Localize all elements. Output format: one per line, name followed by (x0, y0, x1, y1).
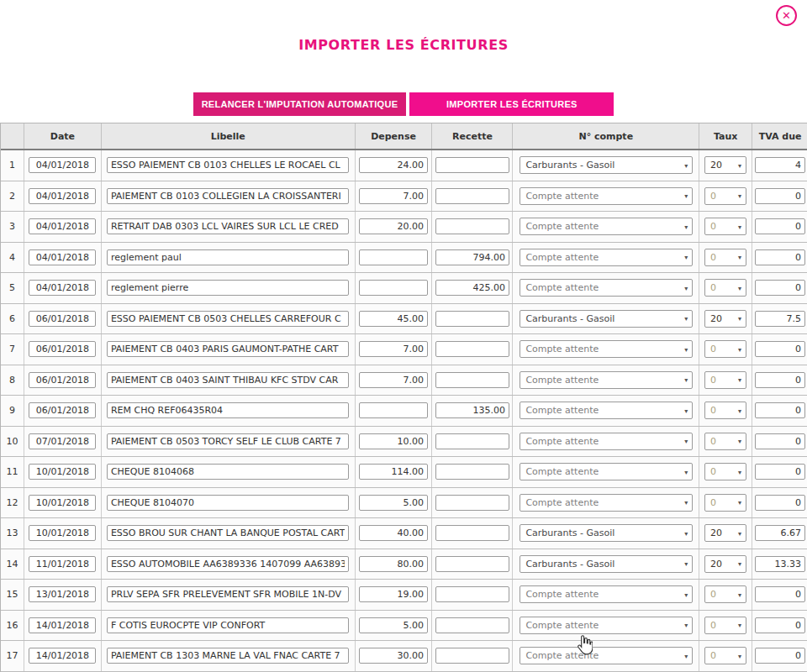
taux-select[interactable]: 0 ▾ (704, 371, 746, 389)
libelle-input[interactable] (107, 280, 349, 296)
date-input[interactable] (29, 617, 96, 633)
date-input[interactable] (29, 157, 96, 173)
compte-select[interactable]: Compte attente ▾ (520, 279, 693, 297)
compte-select[interactable]: Compte attente ▾ (520, 340, 693, 358)
taux-select[interactable]: 20 ▾ (704, 156, 746, 174)
close-icon[interactable]: ✕ (776, 5, 797, 26)
libelle-input[interactable] (107, 495, 349, 511)
tva-due-input[interactable] (755, 372, 805, 388)
taux-select[interactable]: 0 ▾ (704, 494, 746, 512)
depense-input[interactable] (359, 402, 428, 418)
compte-select[interactable]: Compte attente ▾ (520, 249, 693, 266)
taux-select[interactable]: 20 ▾ (704, 310, 746, 328)
compte-select[interactable]: Carburants - Gasoil ▾ (520, 555, 693, 573)
depense-input[interactable] (359, 372, 428, 388)
tva-due-input[interactable] (755, 218, 805, 234)
date-input[interactable] (29, 280, 96, 296)
compte-select[interactable]: Compte attente ▾ (520, 402, 693, 419)
date-input[interactable] (29, 372, 96, 388)
depense-input[interactable] (359, 617, 428, 633)
compte-select[interactable]: Carburants - Gasoil ▾ (520, 156, 693, 174)
depense-input[interactable] (359, 648, 428, 664)
compte-select[interactable]: Compte attente ▾ (520, 463, 693, 480)
tva-due-input[interactable] (755, 402, 805, 418)
recette-input[interactable] (435, 556, 509, 572)
libelle-input[interactable] (107, 249, 349, 265)
compte-select[interactable]: Carburants - Gasoil ▾ (520, 310, 693, 328)
tva-due-input[interactable] (755, 525, 805, 541)
recette-input[interactable] (435, 311, 509, 327)
recette-input[interactable] (435, 648, 509, 664)
taux-select[interactable]: 0 ▾ (704, 433, 746, 450)
depense-input[interactable] (359, 341, 428, 357)
libelle-input[interactable] (107, 311, 349, 327)
compte-select[interactable]: Compte attente ▾ (520, 585, 693, 603)
compte-select[interactable]: Carburants - Gasoil ▾ (520, 524, 693, 542)
compte-select[interactable]: Compte attente ▾ (520, 647, 693, 664)
tva-due-input[interactable] (755, 311, 805, 327)
recette-input[interactable] (435, 525, 509, 541)
depense-input[interactable] (359, 464, 428, 480)
libelle-input[interactable] (107, 648, 349, 664)
tva-due-input[interactable] (755, 464, 805, 480)
compte-select[interactable]: Compte attente ▾ (520, 187, 693, 205)
date-input[interactable] (29, 188, 96, 204)
tva-due-input[interactable] (755, 249, 805, 265)
date-input[interactable] (29, 249, 96, 265)
date-input[interactable] (29, 586, 96, 602)
recette-input[interactable] (435, 280, 509, 296)
depense-input[interactable] (359, 311, 428, 327)
recette-input[interactable] (435, 188, 509, 204)
depense-input[interactable] (359, 556, 428, 572)
tva-due-input[interactable] (755, 157, 805, 173)
importer-ecritures-button[interactable]: IMPORTER LES ÉCRITURES (409, 92, 614, 116)
recette-input[interactable] (435, 495, 509, 511)
recette-input[interactable] (435, 218, 509, 234)
libelle-input[interactable] (107, 372, 349, 388)
depense-input[interactable] (359, 280, 428, 296)
libelle-input[interactable] (107, 157, 349, 173)
date-input[interactable] (29, 464, 96, 480)
date-input[interactable] (29, 402, 96, 418)
depense-input[interactable] (359, 433, 428, 449)
libelle-input[interactable] (107, 525, 349, 541)
compte-select[interactable]: Compte attente ▾ (520, 433, 693, 450)
recette-input[interactable] (435, 617, 509, 633)
depense-input[interactable] (359, 495, 428, 511)
libelle-input[interactable] (107, 218, 349, 234)
depense-input[interactable] (359, 525, 428, 541)
tva-due-input[interactable] (755, 617, 805, 633)
recette-input[interactable] (435, 402, 509, 418)
tva-due-input[interactable] (755, 556, 805, 572)
date-input[interactable] (29, 218, 96, 234)
recette-input[interactable] (435, 433, 509, 449)
compte-select[interactable]: Compte attente ▾ (520, 617, 693, 634)
date-input[interactable] (29, 341, 96, 357)
libelle-input[interactable] (107, 586, 349, 602)
date-input[interactable] (29, 556, 96, 572)
libelle-input[interactable] (107, 617, 349, 633)
compte-select[interactable]: Compte attente ▾ (520, 371, 693, 389)
recette-input[interactable] (435, 372, 509, 388)
date-input[interactable] (29, 311, 96, 327)
compte-select[interactable]: Compte attente ▾ (520, 218, 693, 235)
taux-select[interactable]: 0 ▾ (704, 402, 746, 419)
libelle-input[interactable] (107, 402, 349, 418)
taux-select[interactable]: 0 ▾ (704, 340, 746, 358)
libelle-input[interactable] (107, 556, 349, 572)
date-input[interactable] (29, 433, 96, 449)
taux-select[interactable]: 0 ▾ (704, 617, 746, 634)
taux-select[interactable]: 0 ▾ (704, 585, 746, 603)
date-input[interactable] (29, 525, 96, 541)
depense-input[interactable] (359, 218, 428, 234)
compte-select[interactable]: Compte attente ▾ (520, 494, 693, 512)
tva-due-input[interactable] (755, 341, 805, 357)
taux-select[interactable]: 20 ▾ (704, 555, 746, 573)
date-input[interactable] (29, 495, 96, 511)
tva-due-input[interactable] (755, 433, 805, 449)
libelle-input[interactable] (107, 464, 349, 480)
recette-input[interactable] (435, 157, 509, 173)
relancer-imputation-button[interactable]: RELANCER L'IMPUTATION AUTOMATIQUE (193, 92, 407, 116)
libelle-input[interactable] (107, 188, 349, 204)
libelle-input[interactable] (107, 433, 349, 449)
